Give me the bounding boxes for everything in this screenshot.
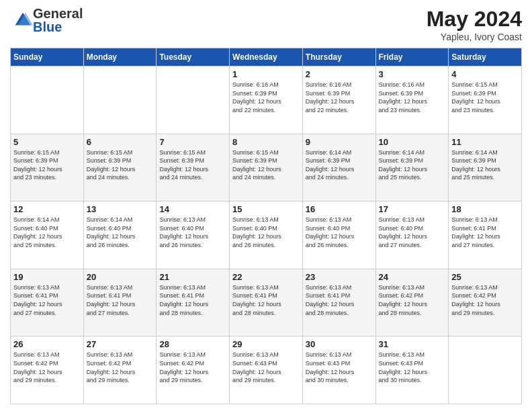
day-cell: 8Sunrise: 6:15 AM Sunset: 6:39 PM Daylig…: [230, 134, 303, 201]
day-cell: 7Sunrise: 6:15 AM Sunset: 6:39 PM Daylig…: [157, 134, 230, 201]
day-info: Sunrise: 6:13 AM Sunset: 6:42 PM Dayligh…: [87, 351, 136, 383]
day-number: 6: [87, 137, 154, 147]
day-number: 11: [451, 137, 519, 147]
day-number: 29: [232, 339, 300, 349]
day-cell: 11Sunrise: 6:14 AM Sunset: 6:39 PM Dayli…: [449, 134, 522, 201]
week-row-5: 26Sunrise: 6:13 AM Sunset: 6:42 PM Dayli…: [11, 336, 522, 404]
calendar-table: SundayMondayTuesdayWednesdayThursdayFrid…: [10, 48, 522, 404]
day-header-wednesday: Wednesday: [230, 48, 303, 66]
day-info: Sunrise: 6:13 AM Sunset: 6:41 PM Dayligh…: [87, 284, 136, 316]
day-number: 18: [451, 204, 519, 214]
header: General Blue May 2024 Yapleu, Ivory Coas…: [10, 7, 522, 42]
day-number: 23: [306, 272, 373, 282]
day-info: Sunrise: 6:16 AM Sunset: 6:39 PM Dayligh…: [306, 81, 355, 113]
day-cell: 20Sunrise: 6:13 AM Sunset: 6:41 PM Dayli…: [83, 269, 157, 336]
day-cell: 25Sunrise: 6:13 AM Sunset: 6:42 PM Dayli…: [449, 269, 522, 336]
day-number: 25: [451, 272, 519, 282]
day-cell: 12Sunrise: 6:14 AM Sunset: 6:40 PM Dayli…: [11, 201, 84, 269]
day-info: Sunrise: 6:15 AM Sunset: 6:39 PM Dayligh…: [451, 81, 500, 113]
day-number: 30: [306, 339, 373, 349]
day-cell: 29Sunrise: 6:13 AM Sunset: 6:43 PM Dayli…: [230, 336, 303, 404]
day-info: Sunrise: 6:13 AM Sunset: 6:42 PM Dayligh…: [451, 284, 500, 316]
month-title: May 2024: [427, 7, 522, 32]
day-number: 9: [306, 137, 373, 147]
day-info: Sunrise: 6:16 AM Sunset: 6:39 PM Dayligh…: [379, 81, 428, 113]
day-cell: 18Sunrise: 6:13 AM Sunset: 6:41 PM Dayli…: [449, 201, 522, 269]
day-cell: 4Sunrise: 6:15 AM Sunset: 6:39 PM Daylig…: [449, 66, 522, 134]
day-number: 21: [159, 272, 226, 282]
day-info: Sunrise: 6:13 AM Sunset: 6:42 PM Dayligh…: [379, 284, 428, 316]
day-cell: 30Sunrise: 6:13 AM Sunset: 6:43 PM Dayli…: [302, 336, 375, 404]
day-cell: 17Sunrise: 6:13 AM Sunset: 6:40 PM Dayli…: [375, 201, 449, 269]
day-cell: 9Sunrise: 6:14 AM Sunset: 6:39 PM Daylig…: [302, 134, 375, 201]
day-cell: [449, 336, 522, 404]
calendar-body: 1Sunrise: 6:16 AM Sunset: 6:39 PM Daylig…: [11, 66, 522, 404]
week-row-3: 12Sunrise: 6:14 AM Sunset: 6:40 PM Dayli…: [11, 201, 522, 269]
day-number: 15: [232, 204, 300, 214]
week-row-1: 1Sunrise: 6:16 AM Sunset: 6:39 PM Daylig…: [11, 66, 522, 134]
day-cell: 27Sunrise: 6:13 AM Sunset: 6:42 PM Dayli…: [83, 336, 157, 404]
day-cell: 2Sunrise: 6:16 AM Sunset: 6:39 PM Daylig…: [302, 66, 375, 134]
day-info: Sunrise: 6:15 AM Sunset: 6:39 PM Dayligh…: [232, 149, 281, 181]
day-number: 5: [13, 137, 81, 147]
day-cell: 21Sunrise: 6:13 AM Sunset: 6:41 PM Dayli…: [157, 269, 230, 336]
day-info: Sunrise: 6:13 AM Sunset: 6:41 PM Dayligh…: [306, 284, 355, 316]
day-number: 22: [232, 272, 300, 282]
day-info: Sunrise: 6:14 AM Sunset: 6:39 PM Dayligh…: [379, 149, 428, 181]
day-cell: 1Sunrise: 6:16 AM Sunset: 6:39 PM Daylig…: [230, 66, 303, 134]
logo-blue: Blue: [33, 20, 83, 34]
day-number: 26: [13, 339, 81, 349]
day-info: Sunrise: 6:15 AM Sunset: 6:39 PM Dayligh…: [159, 149, 208, 181]
day-number: 13: [87, 204, 154, 214]
day-cell: [11, 66, 84, 134]
day-info: Sunrise: 6:13 AM Sunset: 6:42 PM Dayligh…: [159, 351, 208, 383]
day-info: Sunrise: 6:13 AM Sunset: 6:41 PM Dayligh…: [451, 216, 500, 248]
day-number: 1: [232, 69, 300, 79]
day-number: 12: [13, 204, 81, 214]
day-info: Sunrise: 6:13 AM Sunset: 6:43 PM Dayligh…: [306, 351, 355, 383]
day-info: Sunrise: 6:13 AM Sunset: 6:41 PM Dayligh…: [232, 284, 281, 316]
day-cell: 6Sunrise: 6:15 AM Sunset: 6:39 PM Daylig…: [83, 134, 157, 201]
day-info: Sunrise: 6:14 AM Sunset: 6:40 PM Dayligh…: [13, 216, 62, 248]
day-header-row: SundayMondayTuesdayWednesdayThursdayFrid…: [11, 48, 522, 66]
day-number: 2: [306, 69, 373, 79]
logo-general: General: [33, 7, 83, 20]
day-number: 4: [451, 69, 519, 79]
day-cell: 16Sunrise: 6:13 AM Sunset: 6:40 PM Dayli…: [302, 201, 375, 269]
logo-text: General Blue: [33, 7, 83, 34]
day-cell: 10Sunrise: 6:14 AM Sunset: 6:39 PM Dayli…: [375, 134, 449, 201]
location-subtitle: Yapleu, Ivory Coast: [427, 32, 522, 42]
day-cell: 15Sunrise: 6:13 AM Sunset: 6:40 PM Dayli…: [230, 201, 303, 269]
day-info: Sunrise: 6:13 AM Sunset: 6:40 PM Dayligh…: [306, 216, 355, 248]
day-number: 17: [379, 204, 446, 214]
day-info: Sunrise: 6:13 AM Sunset: 6:40 PM Dayligh…: [232, 216, 281, 248]
week-row-2: 5Sunrise: 6:15 AM Sunset: 6:39 PM Daylig…: [11, 134, 522, 201]
week-row-4: 19Sunrise: 6:13 AM Sunset: 6:41 PM Dayli…: [11, 269, 522, 336]
day-cell: 24Sunrise: 6:13 AM Sunset: 6:42 PM Dayli…: [375, 269, 449, 336]
day-cell: [83, 66, 157, 134]
day-info: Sunrise: 6:13 AM Sunset: 6:41 PM Dayligh…: [13, 284, 62, 316]
day-header-tuesday: Tuesday: [157, 48, 230, 66]
day-number: 16: [306, 204, 373, 214]
day-header-saturday: Saturday: [449, 48, 522, 66]
day-number: 3: [379, 69, 446, 79]
day-cell: 23Sunrise: 6:13 AM Sunset: 6:41 PM Dayli…: [302, 269, 375, 336]
day-number: 10: [379, 137, 446, 147]
day-info: Sunrise: 6:13 AM Sunset: 6:41 PM Dayligh…: [159, 284, 208, 316]
day-cell: 26Sunrise: 6:13 AM Sunset: 6:42 PM Dayli…: [11, 336, 84, 404]
day-cell: 13Sunrise: 6:14 AM Sunset: 6:40 PM Dayli…: [83, 201, 157, 269]
day-info: Sunrise: 6:13 AM Sunset: 6:42 PM Dayligh…: [13, 351, 62, 383]
day-header-sunday: Sunday: [11, 48, 84, 66]
day-cell: 5Sunrise: 6:15 AM Sunset: 6:39 PM Daylig…: [11, 134, 84, 201]
day-number: 20: [87, 272, 154, 282]
day-info: Sunrise: 6:15 AM Sunset: 6:39 PM Dayligh…: [13, 149, 62, 181]
day-cell: 3Sunrise: 6:16 AM Sunset: 6:39 PM Daylig…: [375, 66, 449, 134]
day-info: Sunrise: 6:15 AM Sunset: 6:39 PM Dayligh…: [87, 149, 136, 181]
day-cell: 14Sunrise: 6:13 AM Sunset: 6:40 PM Dayli…: [157, 201, 230, 269]
day-cell: 19Sunrise: 6:13 AM Sunset: 6:41 PM Dayli…: [11, 269, 84, 336]
page: General Blue May 2024 Yapleu, Ivory Coas…: [0, 0, 532, 411]
day-info: Sunrise: 6:14 AM Sunset: 6:39 PM Dayligh…: [306, 149, 355, 181]
calendar-header: SundayMondayTuesdayWednesdayThursdayFrid…: [11, 48, 522, 66]
day-cell: [157, 66, 230, 134]
day-header-monday: Monday: [83, 48, 157, 66]
